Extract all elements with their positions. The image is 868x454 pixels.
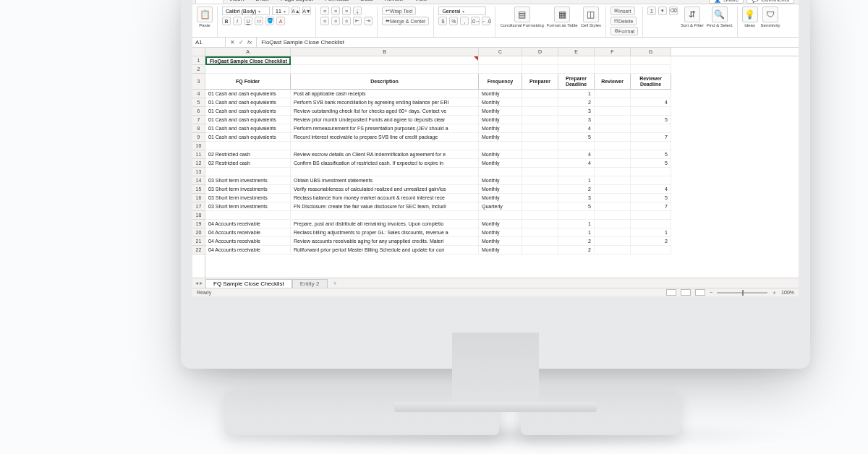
cell[interactable]: 3 — [558, 107, 595, 116]
cell[interactable]: Monthly — [479, 237, 522, 246]
bold-button[interactable]: B — [222, 17, 231, 25]
cell[interactable]: 5 — [631, 116, 671, 124]
row-header[interactable]: 18 — [192, 211, 205, 220]
font-name-select[interactable]: Calibri (Body) — [222, 7, 270, 15]
header-cell[interactable]: Preparer Deadline — [558, 74, 595, 90]
cell[interactable]: Monthly — [479, 228, 522, 237]
italic-button[interactable]: I — [233, 17, 242, 25]
cell[interactable]: 5 — [631, 159, 671, 168]
cell[interactable] — [595, 107, 631, 116]
cell[interactable] — [595, 124, 631, 133]
cell[interactable]: Monthly — [479, 116, 522, 124]
currency-button[interactable]: $ — [438, 17, 447, 25]
cell[interactable] — [291, 56, 479, 65]
cell[interactable] — [595, 202, 631, 211]
cell[interactable]: Verify reasonableness of calculated real… — [291, 185, 479, 194]
share-button[interactable]: 👤Share — [709, 0, 744, 4]
cell[interactable] — [522, 107, 558, 116]
cell[interactable] — [595, 98, 631, 107]
row-header[interactable]: 5 — [192, 98, 205, 107]
row-header[interactable]: 1 — [192, 56, 205, 65]
cell[interactable]: Prepare, post and distribute all remaini… — [291, 220, 479, 228]
cell[interactable]: Quarterly — [479, 202, 522, 211]
conditional-formatting-button[interactable]: ▤ — [514, 7, 530, 22]
decrease-font-icon[interactable]: A▼ — [302, 7, 311, 15]
inc-decimal-button[interactable]: .0→ — [471, 17, 480, 25]
paste-button[interactable]: 📋 — [197, 7, 213, 22]
col-header[interactable]: A — [205, 48, 291, 56]
cell[interactable]: 03 Short term investments — [205, 185, 291, 194]
cell[interactable] — [522, 56, 558, 65]
cell[interactable] — [595, 150, 631, 159]
cell[interactable]: Confirm BS classification of restricted … — [291, 159, 479, 168]
borders-button[interactable]: ▭ — [255, 17, 263, 25]
cell[interactable]: Review accounts receivable aging for any… — [291, 237, 479, 246]
row-header[interactable]: 9 — [192, 133, 205, 142]
cell[interactable] — [522, 228, 558, 237]
cell[interactable]: Obtain UBS investment statements — [291, 176, 479, 185]
header-cell[interactable]: Frequency — [479, 74, 522, 90]
col-header[interactable]: B — [291, 48, 479, 56]
cell[interactable]: 2 — [631, 237, 671, 246]
cell[interactable]: Review prior month Undeposited Funds and… — [291, 116, 479, 124]
cell[interactable]: 2 — [558, 246, 595, 254]
cell[interactable]: Review outstanding check list for checks… — [291, 107, 479, 116]
cell[interactable] — [291, 211, 479, 220]
cell[interactable]: 5 — [631, 150, 671, 159]
row-header[interactable]: 17 — [192, 202, 205, 211]
cell[interactable] — [522, 65, 558, 74]
cell[interactable] — [631, 176, 671, 185]
percent-button[interactable]: % — [449, 17, 458, 25]
tab-view[interactable]: View — [409, 0, 433, 4]
cell[interactable] — [205, 211, 291, 220]
select-all-corner[interactable] — [192, 48, 205, 56]
cell[interactable]: 4 — [558, 124, 595, 133]
header-cell[interactable]: Preparer — [522, 74, 558, 90]
cell[interactable]: Monthly — [479, 176, 522, 185]
cell[interactable] — [595, 142, 631, 150]
cell[interactable]: 01 Cash and cash equivalents — [205, 90, 291, 98]
cell[interactable] — [522, 185, 558, 194]
cell[interactable]: Reclass balance from money market accoun… — [291, 194, 479, 202]
cell[interactable] — [522, 90, 558, 98]
row-header[interactable]: 22 — [192, 246, 205, 254]
orientation-icon[interactable]: ⭭ — [353, 7, 362, 15]
row-header[interactable]: 4 — [192, 90, 205, 98]
cell[interactable] — [595, 90, 631, 98]
align-center-icon[interactable]: ≡ — [331, 17, 340, 25]
cell[interactable]: 3 — [558, 116, 595, 124]
cell-styles-button[interactable]: ◫ — [583, 7, 599, 22]
cell[interactable] — [205, 65, 291, 74]
cell[interactable]: 01 Cash and cash equivalents — [205, 116, 291, 124]
cell[interactable]: 04 Accounts receivable — [205, 228, 291, 237]
cell[interactable]: 01 Cash and cash equivalents — [205, 133, 291, 142]
cell[interactable] — [205, 142, 291, 150]
cell[interactable] — [479, 56, 522, 65]
fill-color-button[interactable]: 🪣 — [265, 17, 274, 25]
tab-data[interactable]: Data — [354, 0, 378, 4]
row-header[interactable]: 2 — [192, 65, 205, 74]
cell[interactable]: 03 Short term investments — [205, 202, 291, 211]
cell[interactable] — [522, 194, 558, 202]
cell[interactable]: Monthly — [479, 194, 522, 202]
col-header[interactable]: F — [595, 48, 631, 56]
cell[interactable]: Monthly — [479, 90, 522, 98]
comments-button[interactable]: 💬Comments — [746, 0, 794, 4]
find-select-button[interactable]: 🔍 — [712, 7, 728, 22]
cell[interactable] — [522, 159, 558, 168]
cell[interactable]: Record interest receivable to prepare SV… — [291, 133, 479, 142]
row-header[interactable]: 3 — [192, 74, 205, 90]
align-top-icon[interactable]: ≡ — [320, 7, 329, 15]
cell[interactable]: Rollforward prior period Master Billing … — [291, 246, 479, 254]
cell[interactable]: 04 Accounts receivable — [205, 237, 291, 246]
row-header[interactable]: 20 — [192, 228, 205, 237]
cell[interactable] — [631, 124, 671, 133]
cell[interactable]: 1 — [558, 228, 595, 237]
cell[interactable]: 4 — [558, 159, 595, 168]
cell[interactable]: 1 — [631, 228, 671, 237]
cell[interactable]: Monthly — [479, 124, 522, 133]
cell[interactable]: Monthly — [479, 133, 522, 142]
increase-font-icon[interactable]: A▲ — [292, 7, 300, 15]
header-cell[interactable]: Reviewer Deadline — [631, 74, 671, 90]
wrap-text-button[interactable]: ↩ Wrap Text — [382, 7, 416, 15]
